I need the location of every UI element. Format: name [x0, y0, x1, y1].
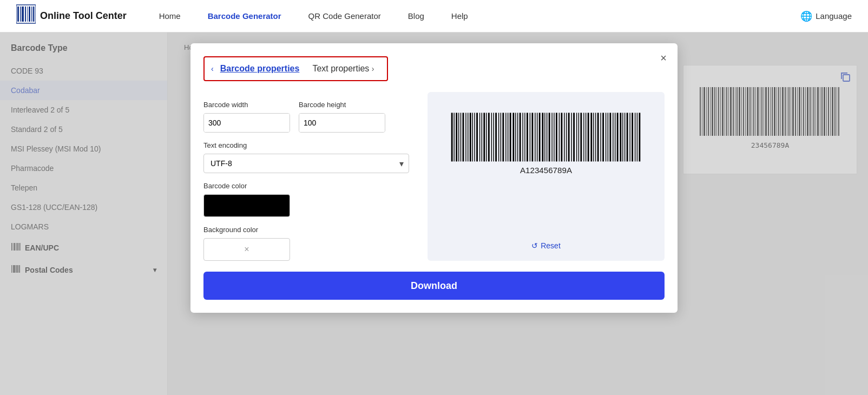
svg-rect-1: [20, 6, 21, 22]
nav-barcode-generator[interactable]: Barcode Generator: [208, 11, 281, 21]
svg-rect-154: [597, 113, 599, 161]
svg-rect-98: [463, 113, 464, 161]
svg-rect-105: [479, 113, 480, 161]
modal-form: Barcode width ▲ ▼ Barcode height: [203, 92, 415, 261]
svg-rect-4: [27, 6, 28, 22]
svg-rect-7: [33, 6, 35, 22]
barcode-width-label: Barcode width: [203, 101, 290, 109]
svg-rect-111: [493, 113, 494, 161]
svg-rect-125: [527, 113, 528, 161]
svg-rect-141: [566, 113, 567, 161]
properties-modal: × ‹ Barcode properties Text properties ›: [190, 43, 678, 313]
svg-rect-156: [602, 113, 604, 161]
svg-rect-127: [531, 113, 533, 161]
text-encoding-label: Text encoding: [203, 141, 415, 149]
svg-rect-0: [17, 6, 19, 22]
svg-rect-119: [512, 113, 514, 161]
logo-text: Online Tool Center: [40, 10, 127, 22]
download-button[interactable]: Download: [203, 272, 665, 300]
svg-rect-130: [539, 113, 541, 161]
header: Online Tool Center Home Barcode Generato…: [0, 0, 868, 32]
svg-rect-151: [590, 113, 592, 161]
svg-rect-5: [29, 6, 30, 22]
svg-rect-148: [583, 113, 584, 161]
svg-rect-152: [593, 113, 594, 161]
nav-blog[interactable]: Blog: [408, 11, 424, 21]
height-field-group: Barcode height ▲ ▼: [299, 92, 385, 133]
svg-rect-169: [635, 113, 635, 161]
svg-rect-103: [474, 113, 475, 161]
nav-qr-code-generator[interactable]: QR Code Generator: [308, 11, 381, 21]
language-selector[interactable]: 🌐 Language: [800, 10, 852, 22]
svg-rect-99: [465, 113, 466, 161]
modal-overlay: × ‹ Barcode properties Text properties ›: [0, 32, 868, 395]
svg-rect-112: [495, 113, 497, 161]
svg-rect-94: [453, 113, 454, 161]
svg-rect-126: [530, 113, 530, 161]
text-encoding-select[interactable]: UTF-8 ISO-8859-1 ASCII: [203, 154, 409, 173]
nav-home[interactable]: Home: [159, 11, 181, 21]
svg-rect-3: [25, 6, 26, 22]
svg-rect-93: [451, 113, 453, 161]
svg-rect-168: [632, 113, 633, 161]
svg-rect-155: [600, 113, 601, 161]
svg-rect-138: [559, 113, 560, 161]
svg-rect-116: [505, 113, 506, 161]
reset-button[interactable]: ↺ Reset: [531, 241, 561, 250]
barcode-height-input[interactable]: [299, 114, 385, 132]
svg-rect-146: [578, 113, 579, 161]
svg-rect-107: [483, 113, 485, 161]
svg-rect-122: [520, 113, 521, 161]
svg-rect-117: [508, 113, 508, 161]
svg-rect-143: [571, 113, 571, 161]
background-color-clear-icon: ×: [244, 245, 249, 254]
modal-tabs: ‹ Barcode properties Text properties ›: [203, 56, 388, 81]
svg-rect-108: [486, 113, 486, 161]
svg-rect-121: [517, 113, 518, 161]
barcode-color-swatch[interactable]: [203, 194, 290, 217]
tab-text-properties[interactable]: Text properties ›: [306, 62, 380, 76]
background-color-swatch[interactable]: ×: [203, 238, 290, 261]
barcode-width-input[interactable]: [204, 114, 290, 132]
svg-rect-132: [544, 113, 545, 161]
svg-rect-110: [491, 113, 492, 161]
dimensions-row: Barcode width ▲ ▼ Barcode height: [203, 92, 415, 133]
svg-rect-96: [458, 113, 459, 161]
svg-rect-131: [542, 113, 543, 161]
svg-rect-167: [629, 113, 630, 161]
svg-rect-164: [622, 113, 623, 161]
tab-barcode-properties[interactable]: Barcode properties: [214, 62, 306, 76]
svg-rect-118: [510, 113, 511, 161]
logo[interactable]: Online Tool Center: [16, 4, 127, 28]
svg-rect-161: [615, 113, 615, 161]
svg-rect-165: [624, 113, 625, 161]
svg-rect-142: [568, 113, 570, 161]
svg-rect-166: [627, 113, 628, 161]
width-field-group: Barcode width ▲ ▼: [203, 92, 290, 133]
svg-rect-171: [639, 113, 640, 161]
svg-rect-109: [488, 113, 490, 161]
svg-rect-139: [561, 113, 562, 161]
svg-rect-170: [637, 113, 637, 161]
barcode-width-input-wrap: ▲ ▼: [203, 113, 290, 133]
svg-rect-133: [547, 113, 547, 161]
tab-text-label: Text properties: [312, 64, 369, 73]
main-nav: Home Barcode Generator QR Code Generator…: [159, 11, 801, 21]
svg-rect-114: [501, 113, 501, 161]
svg-rect-129: [537, 113, 537, 161]
svg-rect-137: [556, 113, 557, 161]
svg-rect-136: [554, 113, 554, 161]
svg-rect-135: [551, 113, 552, 161]
nav-help[interactable]: Help: [451, 11, 468, 21]
modal-close-button[interactable]: ×: [660, 52, 667, 64]
svg-rect-2: [22, 6, 24, 22]
svg-rect-102: [472, 113, 473, 161]
svg-rect-150: [588, 113, 589, 161]
barcode-height-label: Barcode height: [299, 101, 385, 109]
logo-icon: [16, 4, 36, 28]
svg-rect-162: [617, 113, 619, 161]
reset-label: Reset: [541, 241, 561, 250]
main-layout: Barcode Type CODE 93 Codabar Interleaved…: [0, 32, 868, 395]
svg-rect-113: [498, 113, 499, 161]
globe-icon: 🌐: [800, 10, 812, 22]
